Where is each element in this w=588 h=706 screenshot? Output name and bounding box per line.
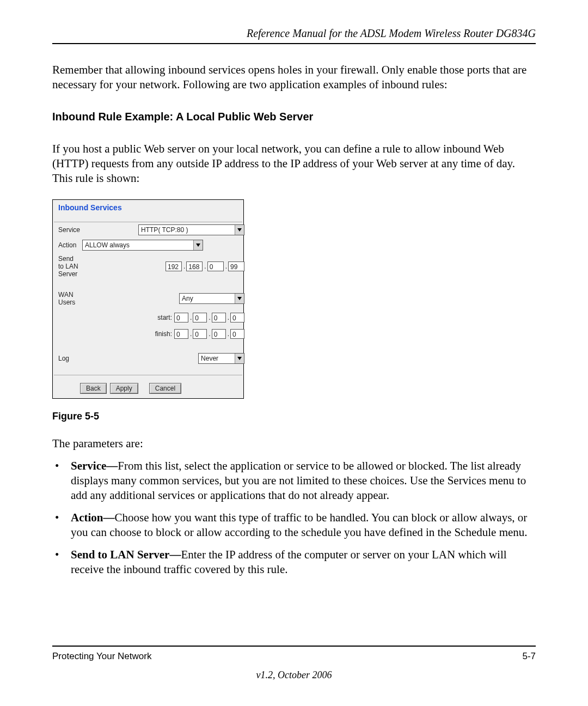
footer-version: v1.2, October 2006 <box>52 670 536 681</box>
log-label: Log <box>57 351 81 366</box>
wan-users-label: WAN Users <box>57 289 81 308</box>
chevron-down-icon <box>193 240 203 250</box>
action-select[interactable]: ALLOW always <box>82 240 203 251</box>
back-button[interactable]: Back <box>80 383 107 394</box>
chevron-down-icon <box>235 225 244 235</box>
service-label: Service <box>57 222 81 238</box>
list-item: Action—Choose how you want this type of … <box>68 510 536 540</box>
section-heading: Inbound Rule Example: A Local Public Web… <box>52 111 536 123</box>
page-header: Reference Manual for the ADSL Modem Wire… <box>52 27 536 44</box>
wan-users-select[interactable]: Any <box>179 293 244 304</box>
cancel-button[interactable]: Cancel <box>149 383 181 394</box>
params-intro: The parameters are: <box>52 436 536 451</box>
service-select[interactable]: HTTP( TCP:80 ) <box>138 224 244 235</box>
wan-users-start-label: start: <box>82 314 174 321</box>
log-select[interactable]: Never <box>198 353 244 364</box>
wan-users-finish-label: finish: <box>82 330 174 338</box>
figure-caption: Figure 5-5 <box>52 411 536 422</box>
footer-section: Protecting Your Network <box>52 651 151 662</box>
wan-users-finish-ip[interactable]: 0. 0. 0. 0 <box>174 329 244 339</box>
inbound-services-dialog: Inbound Services Service HTTP( TCP:80 ) <box>52 199 244 399</box>
dialog-title: Inbound Services <box>54 200 242 222</box>
intro-paragraph: Remember that allowing inbound services … <box>52 63 536 92</box>
divider <box>54 375 242 375</box>
action-label: Action <box>57 238 81 253</box>
parameter-list: Service—From this list, select the appli… <box>52 459 536 576</box>
list-item: Send to LAN Server—Enter the IP address … <box>68 547 536 577</box>
section-paragraph: If you host a public Web server on your … <box>52 142 536 186</box>
send-to-lan-server-ip[interactable]: 192. 168. 0. 99 <box>166 261 244 271</box>
wan-users-start-ip[interactable]: 0. 0. 0. 0 <box>174 313 244 322</box>
footer-page-number: 5-7 <box>522 651 536 662</box>
apply-button[interactable]: Apply <box>110 383 138 394</box>
list-item: Service—From this list, select the appli… <box>68 459 536 503</box>
send-to-lan-server-label: Send to LAN Server <box>57 253 81 280</box>
chevron-down-icon <box>235 294 244 303</box>
chevron-down-icon <box>235 354 244 363</box>
